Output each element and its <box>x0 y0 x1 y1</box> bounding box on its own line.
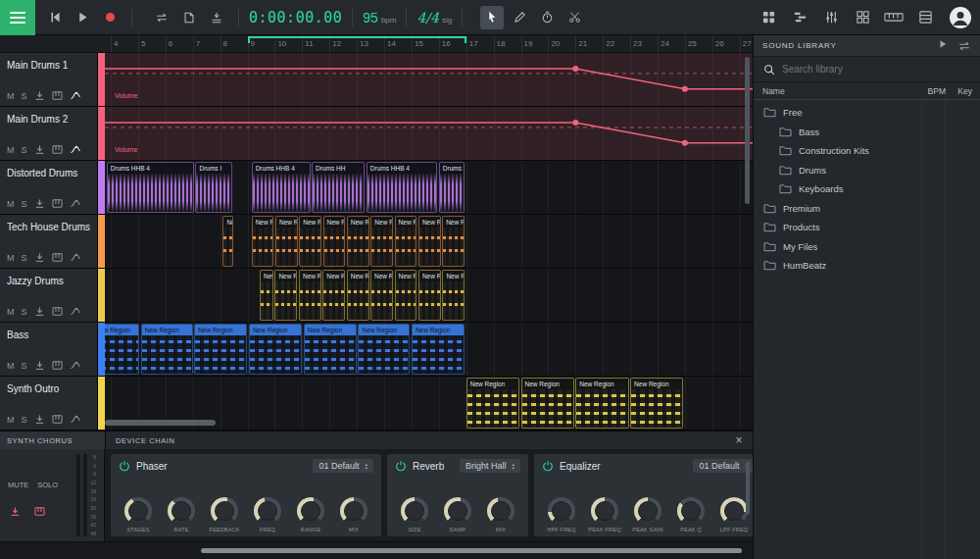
track-mute-button[interactable]: M <box>7 91 15 101</box>
account-avatar[interactable] <box>949 6 972 29</box>
timer-tool-button[interactable] <box>535 6 559 29</box>
search-input[interactable] <box>782 64 970 75</box>
channel-piano-icon[interactable] <box>34 506 45 517</box>
clip[interactable]: New Re <box>418 270 441 321</box>
clip[interactable]: New Re <box>370 216 393 267</box>
knob-damp[interactable] <box>444 497 471 525</box>
track-mute-button[interactable]: M <box>7 307 15 317</box>
clip[interactable]: New Region <box>630 378 683 429</box>
clip[interactable]: New Region <box>194 324 247 375</box>
clip[interactable]: New Region <box>466 378 519 429</box>
track-lane[interactable]: NeNew ReNew ReNew ReNew ReNew ReNew ReNe… <box>105 215 753 268</box>
automation-region[interactable] <box>105 107 753 160</box>
clip[interactable]: New Re <box>299 216 321 267</box>
timeline-ruler[interactable]: 4567891011121314151617181920212223242526… <box>0 35 753 53</box>
horizontal-scrollbar-thumb[interactable] <box>105 420 216 426</box>
clip[interactable]: New Re <box>299 270 321 321</box>
rack-button[interactable] <box>913 6 937 29</box>
clip[interactable]: New Re <box>395 216 417 267</box>
clip[interactable]: Drums I <box>195 162 232 213</box>
track-piano-icon[interactable] <box>52 252 63 263</box>
library-folder[interactable]: Keyboards <box>754 179 980 199</box>
library-play-small-icon[interactable] <box>938 39 948 53</box>
knob-freq[interactable] <box>254 497 281 525</box>
track-solo-button[interactable]: S <box>22 415 27 425</box>
clip[interactable]: New Re <box>323 216 346 267</box>
library-folder[interactable]: Premium <box>754 199 980 219</box>
preset-select[interactable]: 01 Default▴▾ <box>693 459 753 473</box>
knob-feedback[interactable] <box>211 497 238 525</box>
clip[interactable]: New Region <box>358 324 410 375</box>
clip[interactable]: New Region <box>141 324 193 375</box>
mixer-button[interactable] <box>819 6 843 29</box>
track-automation-icon[interactable] <box>70 360 81 371</box>
clip[interactable]: New <box>260 270 273 321</box>
record-button[interactable] <box>98 6 122 29</box>
solo-button[interactable]: SOLO <box>37 481 58 489</box>
track-lane[interactable]: NewNew ReNew ReNew ReNew ReNew ReNew ReN… <box>105 269 753 322</box>
track-header[interactable]: BassMS <box>0 323 98 376</box>
clip[interactable]: New Re <box>322 270 345 321</box>
knob-peak-gain[interactable] <box>634 497 662 525</box>
track-lane[interactable]: Drums HHB 4Drums IDrums HHB 4Drums HHDru… <box>105 161 753 214</box>
clip[interactable]: New Re <box>418 216 441 267</box>
clip[interactable]: New Re <box>370 270 393 321</box>
track-download-icon[interactable] <box>34 360 45 371</box>
track-lane[interactable]: New RegionNew RegionNew RegionNew Region… <box>105 323 753 376</box>
time-signature-control[interactable]: 4/4 sig <box>416 10 452 25</box>
knob-stages[interactable] <box>124 497 152 525</box>
channel-download-icon[interactable] <box>10 506 21 517</box>
clip[interactable]: Drums HH <box>312 162 365 213</box>
track-solo-button[interactable]: S <box>22 361 27 371</box>
track-automation-icon[interactable] <box>70 414 81 425</box>
device-chain-vscrollbar-thumb[interactable] <box>746 461 750 515</box>
clip[interactable]: New Region <box>105 324 139 375</box>
track-mute-button[interactable]: M <box>7 253 15 263</box>
library-folder[interactable]: Drums <box>754 161 980 180</box>
track-header[interactable]: Distorted DrumsMS <box>0 161 98 214</box>
knob-size[interactable] <box>401 497 428 525</box>
track-header[interactable]: Synth OutroMS <box>0 377 98 430</box>
track-download-icon[interactable] <box>34 90 45 101</box>
track-header[interactable]: Main Drums 2MS <box>0 107 98 160</box>
clip[interactable]: New Region <box>249 324 302 375</box>
knob-hpf-freq[interactable] <box>548 497 575 525</box>
library-folder[interactable]: Construction Kits <box>754 141 980 161</box>
knob-peak-freq[interactable] <box>591 497 618 525</box>
device-power-icon[interactable] <box>542 460 554 472</box>
track-automation-icon[interactable] <box>70 198 81 209</box>
track-solo-button[interactable]: S <box>22 307 27 317</box>
preset-select[interactable]: 01 Default▴▾ <box>313 459 373 473</box>
clip[interactable]: Ne <box>222 216 233 267</box>
track-download-icon[interactable] <box>34 198 45 209</box>
clip[interactable]: Drums HHB 4 <box>252 162 311 213</box>
clip[interactable]: New Re <box>275 216 298 267</box>
keyboard-button[interactable] <box>882 6 906 29</box>
import-tracks-button[interactable] <box>205 6 228 29</box>
note-edit-button[interactable] <box>177 6 201 29</box>
library-folder[interactable]: Products <box>754 218 980 237</box>
track-mute-button[interactable]: M <box>7 199 15 209</box>
clip[interactable]: New Re <box>347 270 369 321</box>
track-mute-button[interactable]: M <box>7 415 15 425</box>
clip[interactable]: New Re <box>347 216 369 267</box>
clip[interactable]: New Re <box>442 270 465 321</box>
library-folder[interactable]: My Files <box>754 237 980 257</box>
preset-select[interactable]: Bright Hall▴▾ <box>460 459 520 473</box>
track-lane[interactable]: Volume <box>105 53 753 106</box>
piano-roll-button[interactable] <box>788 6 811 29</box>
clip[interactable]: New Region <box>521 378 574 429</box>
track-solo-button[interactable]: S <box>22 253 27 263</box>
cursor-tool-button[interactable] <box>480 6 504 29</box>
device-power-icon[interactable] <box>395 460 407 472</box>
track-piano-icon[interactable] <box>52 414 63 425</box>
scissors-tool-button[interactable] <box>563 6 586 29</box>
track-piano-icon[interactable] <box>52 360 63 371</box>
track-download-icon[interactable] <box>34 144 45 155</box>
menu-button[interactable] <box>0 0 35 35</box>
cycle-button[interactable] <box>150 6 173 29</box>
knob-mix[interactable] <box>487 497 514 525</box>
track-download-icon[interactable] <box>34 252 45 263</box>
mute-button[interactable]: MUTE <box>8 481 28 489</box>
knob-range[interactable] <box>297 497 324 525</box>
